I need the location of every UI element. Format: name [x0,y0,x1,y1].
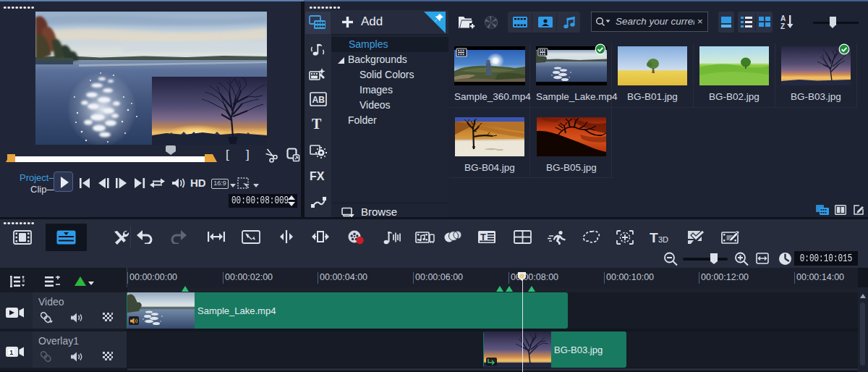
svg-text:HD: HD [190,177,205,189]
svg-text:1: 1 [9,349,13,356]
svg-text:3D: 3D [658,235,668,244]
svg-text:T: T [650,230,658,245]
svg-text:Z: Z [780,22,785,30]
svg-text:AB: AB [312,95,326,105]
svg-text:A: A [780,14,786,22]
